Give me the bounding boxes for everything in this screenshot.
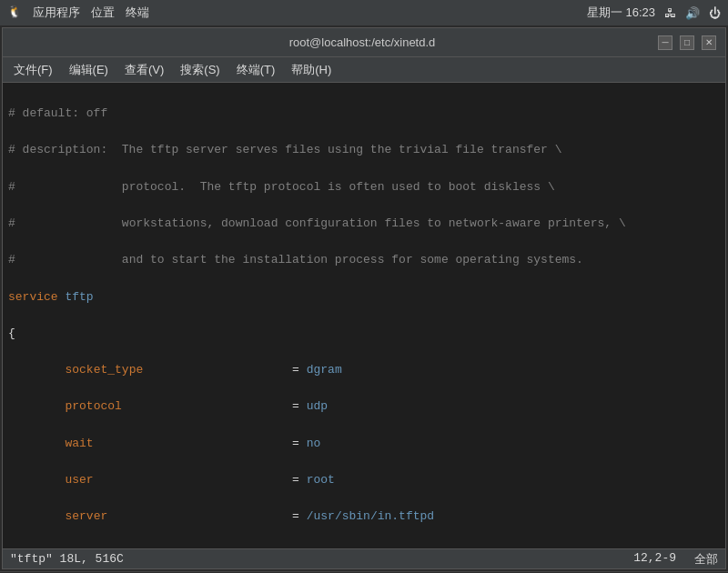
menu-bar: 文件(F) 编辑(E) 查看(V) 搜索(S) 终端(T) 帮助(H) xyxy=(3,57,725,83)
line-2: # description: The tftp server serves fi… xyxy=(8,141,720,159)
title-bar: root@localhost:/etc/xinetd.d ─ □ ✕ xyxy=(3,28,725,57)
cursor-position: 12,2-9 xyxy=(633,551,676,568)
network-icon: 🖧 xyxy=(664,6,676,20)
line-3: # protocol. The tftp protocol is often u… xyxy=(8,178,720,196)
apps-menu[interactable]: 应用程序 xyxy=(33,5,80,21)
datetime: 星期一 16:23 xyxy=(587,5,655,21)
line-4: # workstations, download configuration f… xyxy=(8,215,720,233)
menu-edit[interactable]: 编辑(E) xyxy=(62,60,116,80)
menu-search[interactable]: 搜索(S) xyxy=(173,60,227,80)
line-11: user = root xyxy=(8,471,720,489)
title-bar-controls: ─ □ ✕ xyxy=(658,35,716,50)
line-8: socket_type = dgram xyxy=(8,361,720,379)
minimize-button[interactable]: ─ xyxy=(658,35,672,50)
window-title: root@localhost:/etc/xinetd.d xyxy=(66,35,658,49)
system-bar-right: 星期一 16:23 🖧 🔊 ⏻ xyxy=(587,5,721,21)
power-icon: ⏻ xyxy=(709,6,721,20)
terminal-menu[interactable]: 终端 xyxy=(126,5,149,21)
line-12: server = /usr/sbin/in.tftpd xyxy=(8,508,720,526)
line-6: service tftp xyxy=(8,288,720,307)
line-5: # and to start the installation process … xyxy=(8,251,720,269)
menu-file[interactable]: 文件(F) xyxy=(6,60,60,80)
maximize-button[interactable]: □ xyxy=(680,35,694,50)
file-info: "tftp" 18L, 516C xyxy=(10,552,124,566)
editor[interactable]: # default: off # description: The tftp s… xyxy=(3,83,725,568)
close-button[interactable]: ✕ xyxy=(702,35,716,50)
menu-view[interactable]: 查看(V) xyxy=(117,60,171,80)
system-bar: 🐧 应用程序 位置 终端 星期一 16:23 🖧 🔊 ⏻ xyxy=(0,0,728,25)
system-bar-left: 🐧 应用程序 位置 终端 xyxy=(7,5,149,21)
line-7: { xyxy=(8,325,720,343)
scroll-mode: 全部 xyxy=(694,551,718,568)
menu-terminal[interactable]: 终端(T) xyxy=(229,60,283,80)
terminal-window: root@localhost:/etc/xinetd.d ─ □ ✕ 文件(F)… xyxy=(2,27,726,569)
status-bar: "tftp" 18L, 516C 12,2-9 全部 xyxy=(3,548,725,568)
position-menu[interactable]: 位置 xyxy=(91,5,115,21)
line-9: protocol = udp xyxy=(8,397,720,416)
app-icon: 🐧 xyxy=(7,5,22,21)
editor-content: # default: off # description: The tftp s… xyxy=(3,83,725,548)
volume-icon: 🔊 xyxy=(685,6,700,20)
menu-help[interactable]: 帮助(H) xyxy=(284,60,339,80)
status-bar-right: 12,2-9 全部 xyxy=(633,551,718,568)
line-1: # default: off xyxy=(8,105,720,123)
line-10: wait = no xyxy=(8,435,720,453)
